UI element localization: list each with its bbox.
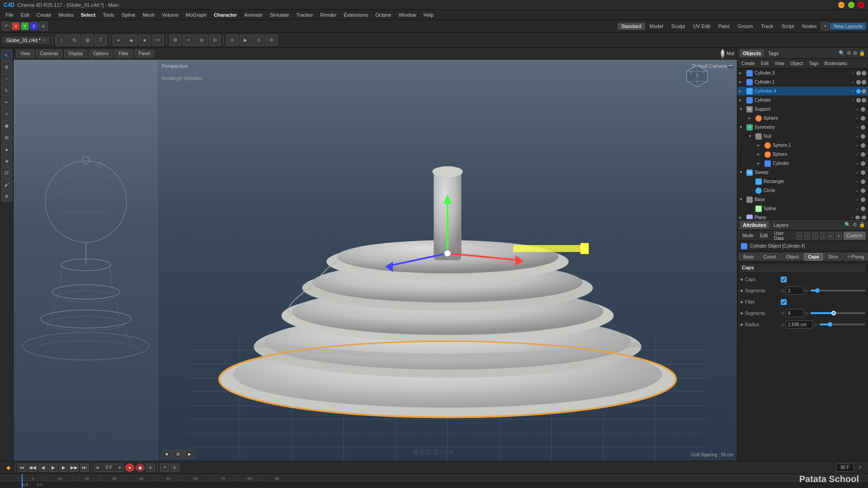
sculpt-btn[interactable]: ⊕ — [1, 191, 12, 202]
fillet-checkbox[interactable] — [781, 299, 787, 305]
timeline-ruler[interactable]: 0 F 0 F 0 10 20 30 40 50 60 70 — [0, 474, 868, 488]
obj-spline[interactable]: Spline ✓ — [737, 204, 868, 213]
menu-tools[interactable]: Tools — [99, 11, 118, 19]
obj-base[interactable]: ▼ Base ✓ — [737, 195, 868, 204]
magnet-btn[interactable]: ◉ — [1, 120, 12, 131]
tab-object[interactable]: Object — [782, 253, 803, 261]
menu-mograph[interactable]: MoGraph — [182, 11, 210, 19]
obj-cylinder[interactable]: ▶ Cylinder ✓ — [737, 96, 868, 105]
obj-sphere1[interactable]: ▶ Sphere.1 ✓ — [737, 141, 868, 150]
obj-create-btn[interactable]: Create — [739, 61, 757, 66]
obj-mode-btn[interactable]: ● — [113, 35, 124, 46]
tab-basic[interactable]: Basic — [739, 253, 758, 261]
minimize-button[interactable]: — — [838, 2, 844, 8]
menu-extensions[interactable]: Extensions — [340, 11, 372, 19]
auto-keyframe-btn[interactable]: ◉ — [136, 464, 145, 472]
grid-btn[interactable]: ⊞ — [196, 35, 208, 46]
viewport[interactable]: Perspective Default Camera 📷 Rectangle S… — [14, 60, 737, 461]
obj-support[interactable]: ▼ N Support ✓ — [737, 105, 868, 114]
vp-filter-btn[interactable]: Filter — [114, 50, 132, 57]
mode-paint[interactable]: Paint — [715, 23, 733, 30]
bridge-btn[interactable]: ⊟ — [1, 167, 12, 178]
play-last-btn[interactable]: ⏭ — [80, 464, 89, 472]
mode-sculpt[interactable]: Sculpt — [668, 23, 689, 30]
seg2-slider-thumb[interactable] — [831, 311, 836, 315]
segments2-input[interactable] — [786, 309, 804, 317]
motion-blur-btn[interactable]: ≋ — [146, 464, 155, 472]
render-region-btn[interactable]: ◷ — [226, 35, 238, 46]
close-button[interactable]: ✕ — [858, 2, 864, 8]
vp-cameras-btn[interactable]: Cameras — [36, 50, 63, 57]
obj-sphere-support[interactable]: ▶ Sphere ✓ — [737, 114, 868, 123]
vp-options-btn[interactable]: Options — [89, 50, 113, 57]
vp-display-btn[interactable]: Display — [64, 50, 87, 57]
attr-lock-btn[interactable]: 🔒 — [859, 222, 865, 228]
radius-slider-thumb[interactable] — [828, 322, 832, 327]
undo-btn[interactable]: ↶ — [2, 22, 11, 31]
render-view-btn[interactable]: ▶ — [240, 35, 251, 46]
play-nextframe-btn[interactable]: ▶ — [59, 464, 68, 472]
select-tool-btn[interactable]: ↖ — [1, 50, 12, 61]
obj-sphere2[interactable]: ▶ Sphere ✓ — [737, 150, 868, 159]
tab-close-icon[interactable]: ✕ — [42, 38, 46, 42]
objects-menu-btn[interactable]: ⊞ — [853, 50, 857, 56]
objects-settings-btn[interactable]: ⚙ — [847, 50, 851, 56]
obj-cylinder3[interactable]: ▶ Cylinder.3 ✓ — [737, 69, 868, 78]
vp-panel-btn[interactable]: Panel — [135, 50, 155, 57]
snap-btn[interactable]: ⊕ — [170, 35, 181, 46]
attr-search-btn[interactable]: 🔍 — [844, 222, 851, 228]
layers-tab[interactable]: Layers — [771, 221, 791, 229]
obj-null[interactable]: ▼ Null ✓ — [737, 132, 868, 141]
obj-edit-btn[interactable]: Edit — [759, 61, 771, 66]
draw-tool-btn[interactable]: ✏ — [1, 97, 12, 108]
play-prev-btn[interactable]: ◀◀ — [28, 464, 37, 472]
obj-bookmarks-btn[interactable]: Bookmarks — [822, 61, 849, 66]
objects-lock-btn[interactable]: 🔒 — [859, 50, 865, 56]
move-tool-btn[interactable]: ⊕ — [1, 61, 12, 72]
mirror-btn[interactable]: ⊞ — [1, 132, 12, 143]
obj-cylinder4[interactable]: ▶ Cylinder.4 ✓ — [737, 87, 868, 96]
mode-uv[interactable]: UV Edit — [689, 23, 713, 30]
tl-export-btn[interactable]: ↗ — [855, 464, 864, 472]
menu-volume[interactable]: Volume — [158, 11, 182, 19]
tags-tab[interactable]: Tags — [765, 50, 781, 57]
tl-sync-btn[interactable]: ↻ — [170, 464, 179, 472]
menu-tracker[interactable]: Tracker — [292, 11, 316, 19]
vp-view-btn[interactable]: View — [16, 50, 34, 57]
transform-btn[interactable]: T — [95, 35, 107, 46]
render-settings-btn[interactable]: ⚙ — [266, 35, 278, 46]
obj-view-btn[interactable]: View — [772, 61, 787, 66]
attr-nav-fwd[interactable]: → — [804, 232, 810, 239]
layout-standard[interactable]: Standard — [618, 23, 645, 30]
menu-file[interactable]: File — [2, 11, 17, 19]
attr-nav-down[interactable]: ↓ — [820, 232, 826, 239]
menu-select[interactable]: Select — [77, 11, 99, 19]
menu-create[interactable]: Create — [33, 11, 55, 19]
obj-sweep[interactable]: ▼ Sw Sweep ✓ — [737, 168, 868, 177]
attr-mode-btn[interactable]: Mode — [740, 233, 756, 239]
menu-simulate[interactable]: Simulate — [266, 11, 293, 19]
menu-mesh[interactable]: Mesh — [139, 11, 158, 19]
world-btn[interactable]: ⊞ — [39, 22, 48, 31]
play-nextkey-btn[interactable]: ▶▶ — [70, 464, 79, 472]
obj-rectangle[interactable]: Rectangle ✓ — [737, 177, 868, 186]
add-layout-btn[interactable]: + — [821, 22, 829, 30]
scale-tool-btn[interactable]: ↔ — [1, 73, 12, 84]
nav-cube[interactable]: Y X Z — [685, 63, 710, 88]
new-layouts[interactable]: New Layouts — [830, 23, 866, 30]
play-btn[interactable]: ▶ — [49, 464, 58, 472]
objects-search-btn[interactable]: 🔍 — [839, 50, 845, 56]
extrude-btn[interactable]: ▲ — [1, 144, 12, 155]
menu-edit[interactable]: Edit — [17, 11, 33, 19]
timeline-diamond-btn[interactable]: ◆ — [4, 464, 13, 472]
menu-spline[interactable]: Spline — [118, 11, 139, 19]
mode-track[interactable]: Track — [757, 23, 777, 30]
tl-keyframe-btn[interactable]: ⌖ — [160, 464, 169, 472]
current-frame-input[interactable] — [100, 464, 118, 471]
xaxis-btn[interactable]: X — [12, 22, 20, 30]
paint-btn[interactable]: 🖌 — [1, 179, 12, 190]
view-render-btn[interactable]: ▶ — [184, 450, 194, 458]
play-first-btn[interactable]: ⏮ — [18, 464, 27, 472]
grid2-btn[interactable]: ⊟ — [209, 35, 221, 46]
menu-animate[interactable]: Animate — [241, 11, 266, 19]
